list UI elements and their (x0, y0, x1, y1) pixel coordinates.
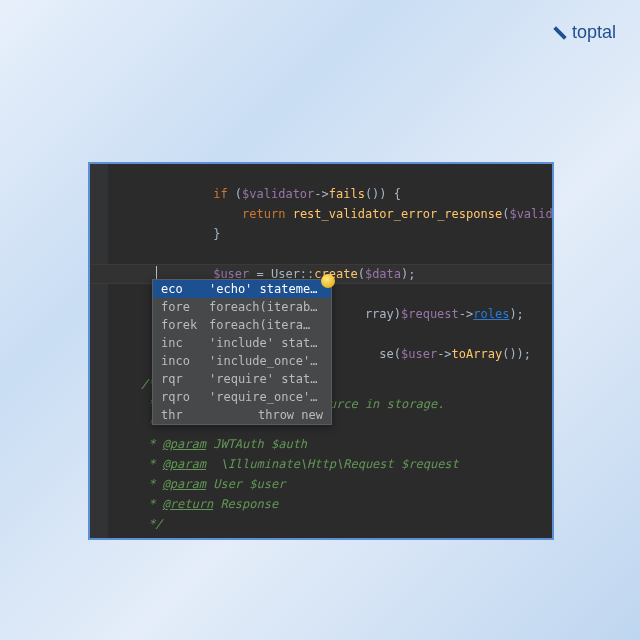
autocomplete-item[interactable]: rqro 'require_once'… (153, 388, 331, 406)
autocomplete-item[interactable]: rqr 'require' state… (153, 370, 331, 388)
autocomplete-desc: 'require_once'… (209, 388, 323, 406)
autocomplete-abbr: forek (161, 316, 209, 334)
brand-logo: toptal (552, 22, 616, 43)
doc-line: */ (108, 514, 163, 534)
autocomplete-abbr: fore (161, 298, 209, 316)
autocomplete-desc: 'include_once'… (209, 352, 323, 370)
code-editor-window: if ($validator->fails()) { return rest_v… (88, 162, 554, 540)
autocomplete-desc: throw new (209, 406, 323, 424)
autocomplete-item[interactable]: eco 'echo' statement (153, 280, 331, 298)
autocomplete-desc: 'echo' statement (209, 280, 323, 298)
editor-gutter (90, 164, 108, 538)
autocomplete-abbr: thr (161, 406, 209, 424)
autocomplete-abbr: rqr (161, 370, 209, 388)
autocomplete-desc: foreach(iterab… (209, 298, 323, 316)
autocomplete-item[interactable]: inco 'include_once'… (153, 352, 331, 370)
autocomplete-abbr: inco (161, 352, 209, 370)
doc-line: * @param JWTAuth $auth (108, 434, 307, 454)
code-editor[interactable]: if ($validator->fails()) { return rest_v… (90, 164, 552, 538)
doc-line: * @param \Illuminate\Http\Request $reque… (108, 454, 459, 474)
autocomplete-popup[interactable]: eco 'echo' statement fore foreach(iterab… (152, 279, 332, 425)
autocomplete-desc: 'require' state… (209, 370, 323, 388)
doc-line: * (108, 414, 155, 434)
doc-line: * @param User $user (108, 474, 285, 494)
autocomplete-desc: 'include' state… (209, 334, 323, 352)
autocomplete-abbr: inc (161, 334, 209, 352)
doc-line: * @return Response (108, 494, 278, 514)
autocomplete-item[interactable]: forek foreach(itera… (153, 316, 331, 334)
autocomplete-desc: foreach(itera… (209, 316, 323, 334)
brand-name: toptal (572, 22, 616, 43)
intention-bulb-icon[interactable] (321, 274, 335, 288)
autocomplete-item[interactable]: fore foreach(iterab… (153, 298, 331, 316)
autocomplete-abbr: eco (161, 280, 209, 298)
autocomplete-item[interactable]: inc 'include' state… (153, 334, 331, 352)
autocomplete-item[interactable]: thr throw new (153, 406, 331, 424)
toptal-mark-icon (552, 25, 568, 41)
autocomplete-abbr: rqro (161, 388, 209, 406)
